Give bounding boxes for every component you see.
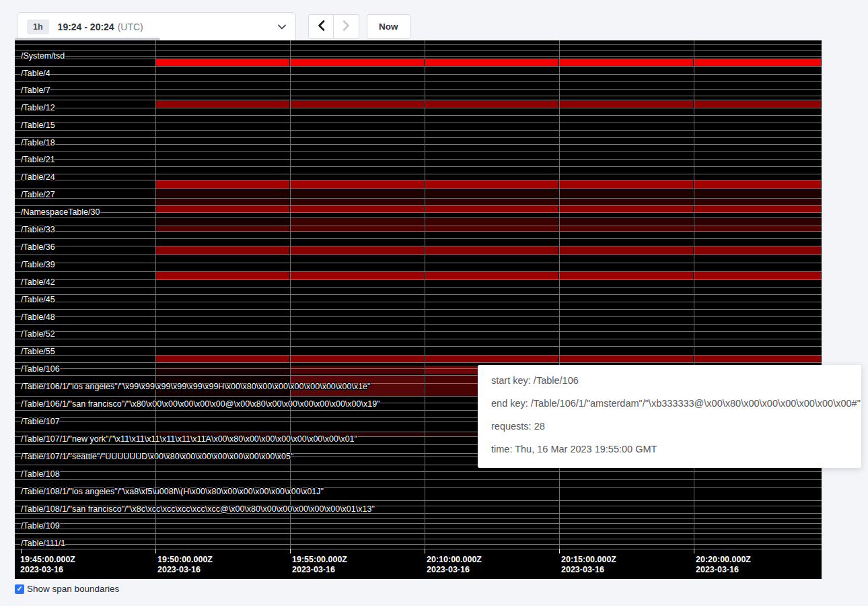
heat-cell: [560, 180, 693, 189]
heat-cell: [156, 180, 289, 189]
heat-cell: [560, 272, 693, 279]
heat-cell: [291, 356, 424, 362]
heat-cell: [291, 226, 424, 231]
span-boundary-line: [15, 212, 822, 213]
row-label: /Table/107/1/"seattle"/"UUUUUUD\x00\x80\…: [21, 452, 293, 461]
axis-tick: [21, 549, 22, 553]
span-boundary-line: [15, 544, 822, 545]
span-boundary-line: [15, 205, 822, 206]
heat-cell: [560, 356, 693, 362]
heat-cell: [156, 59, 289, 66]
span-boundary-line: [15, 50, 822, 51]
row-label: /Table/24: [21, 172, 55, 182]
span-boundary-line: [15, 123, 822, 123]
next-interval-button[interactable]: [334, 14, 359, 39]
heat-cell: [694, 356, 821, 362]
row-label: /Table/107/1/"new york"/"\x11\x11\x11\x1…: [21, 434, 357, 444]
row-label: /Table/33: [21, 225, 55, 234]
gridline-vertical: [694, 40, 694, 551]
heat-cell: [694, 272, 821, 279]
span-boundary-line: [15, 287, 822, 288]
heat-cell: [694, 206, 821, 212]
span-boundary-line: [15, 189, 822, 189]
span-boundary-line: [15, 89, 822, 90]
heat-cell: [425, 218, 558, 226]
time-nav-group: [308, 14, 359, 39]
span-boundary-line: [15, 217, 822, 218]
row-label: /Table/12: [21, 103, 55, 112]
row-label: /Table/7: [21, 86, 50, 95]
heat-cell: [156, 218, 289, 226]
heat-cell: [156, 206, 289, 212]
span-boundary-line: [15, 59, 822, 59]
row-label: /Table/48: [21, 312, 55, 322]
axis-tick-label: 20:20:00.000Z2023-03-16: [696, 555, 751, 575]
row-label: /Table/106: [21, 364, 60, 374]
span-boundary-line: [15, 362, 822, 363]
previous-interval-button[interactable]: [308, 14, 334, 39]
span-boundary-line: [15, 152, 822, 152]
show-span-boundaries-checkbox[interactable]: ✓: [15, 584, 24, 594]
gridline-vertical: [155, 40, 156, 551]
span-boundary-line: [15, 56, 822, 57]
row-label: /Table/42: [21, 277, 55, 287]
span-boundary-line: [15, 159, 822, 160]
heat-cell: [156, 199, 289, 205]
span-boundary-line: [15, 339, 822, 339]
now-button[interactable]: Now: [367, 14, 410, 39]
span-boundary-line: [15, 518, 822, 519]
span-boundary-line: [15, 549, 822, 549]
heat-cell: [694, 218, 821, 226]
span-boundary-line: [15, 226, 822, 226]
span-boundary-line: [15, 96, 822, 96]
axis-tick: [290, 549, 291, 553]
tooltip-requests: requests: 28: [491, 419, 848, 433]
heat-cell: [291, 272, 424, 279]
axis-tick-label: 20:10:00.000Z2023-03-16: [427, 555, 482, 575]
row-label: /Table/27: [21, 190, 55, 199]
heat-cell: [425, 226, 558, 231]
heat-cell: [425, 272, 558, 279]
row-label: /System/tsd: [21, 51, 65, 61]
row-label: /Table/107: [21, 417, 60, 426]
heat-cell: [156, 246, 289, 255]
heat-cell: [694, 180, 821, 189]
span-boundary-line: [15, 231, 822, 232]
row-label: /Table/108: [21, 469, 60, 479]
heat-cell: [694, 100, 821, 108]
span-boundary-line: [15, 166, 822, 167]
heat-cell: [156, 366, 289, 374]
row-label: /Table/18: [21, 138, 55, 147]
span-boundary-line: [15, 529, 822, 529]
span-boundary-line: [15, 115, 822, 116]
span-boundary-line: [15, 331, 822, 332]
gridline-vertical: [559, 40, 560, 551]
chevron-left-icon: [318, 20, 325, 34]
heat-cell: [291, 218, 424, 226]
span-boundary-line: [15, 523, 822, 524]
span-boundary-line: [15, 263, 822, 263]
heat-cell: [291, 189, 424, 198]
span-boundary-line: [15, 81, 822, 82]
key-visualizer-canvas[interactable]: /System/tsd/Table/4/Table/7/Table/12/Tab…: [15, 40, 822, 579]
axis-tick: [694, 549, 694, 553]
heat-cell: [156, 272, 289, 279]
span-boundary-line: [15, 271, 822, 272]
gridline-vertical: [425, 40, 425, 551]
span-boundary-line: [15, 539, 822, 539]
heat-cell: [425, 59, 558, 66]
heat-cell: [425, 189, 558, 198]
row-label: /Table/111/1: [21, 539, 65, 548]
heat-cell: [560, 218, 693, 226]
time-range-timezone: (UTC): [118, 22, 143, 32]
heat-cell: [560, 199, 693, 205]
heat-cell: [694, 246, 821, 255]
span-boundary-line: [15, 324, 822, 325]
span-boundary-line: [15, 66, 822, 67]
heat-cell: [291, 59, 424, 66]
axis-tick: [155, 549, 156, 553]
row-label: /Table/108/1/"los angeles"/"\xa8\xf5\u00…: [21, 487, 324, 496]
time-range-text: 19:24 - 20:24: [58, 22, 114, 32]
footer: ✓ Show span boundaries: [15, 584, 119, 594]
span-boundary-line: [15, 316, 822, 317]
